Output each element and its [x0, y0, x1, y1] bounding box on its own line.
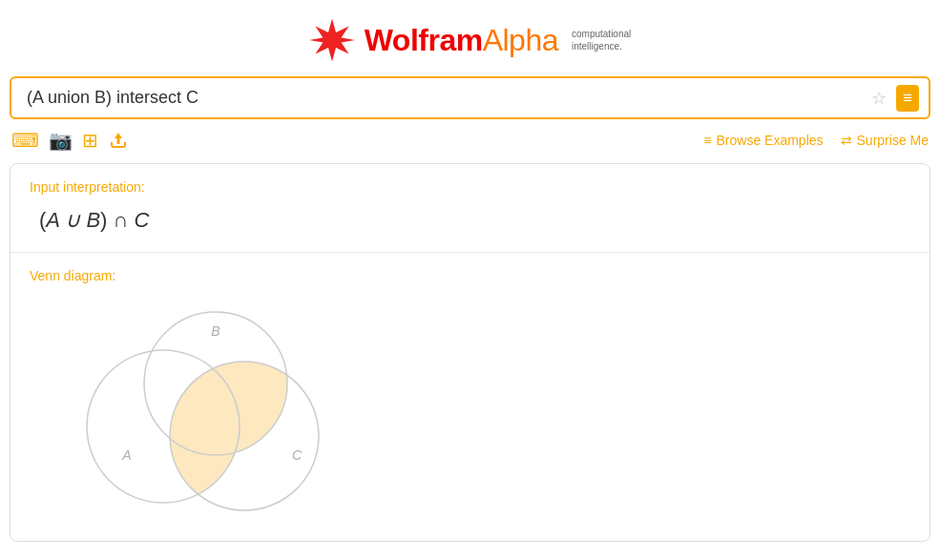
- venn-diagram-section: Venn diagram:: [10, 253, 930, 541]
- compute-button[interactable]: ≡: [896, 85, 919, 112]
- label-C: C: [292, 447, 303, 463]
- header: WolframAlpha computational intelligence.: [0, 0, 940, 76]
- venn-svg: B A C: [68, 293, 335, 512]
- label-A: A: [121, 447, 131, 463]
- logo-tagline: computational intelligence.: [572, 28, 631, 52]
- input-interpretation-label: Input interpretation:: [30, 179, 910, 195]
- search-bar-wrapper: ☆ ≡: [10, 76, 930, 119]
- upload-icon[interactable]: [108, 130, 129, 151]
- logo: WolframAlpha computational intelligence.: [309, 17, 632, 63]
- keyboard-icon[interactable]: ⌨: [11, 129, 39, 152]
- math-formula: (A ∪ B) ∩ C: [30, 204, 910, 237]
- svg-marker-0: [309, 19, 355, 62]
- results-panel: Input interpretation: (A ∪ B) ∩ C Venn d…: [10, 163, 930, 542]
- logo-wolfram-text: Wolfram: [365, 23, 483, 57]
- toolbar-right: ≡ Browse Examples ⇄ Surprise Me: [703, 133, 929, 148]
- bookmark-button[interactable]: ☆: [871, 88, 887, 109]
- toolbar: ⌨ 📷 ⊞ ≡ Browse Examples ⇄ Surprise Me: [0, 125, 940, 156]
- browse-examples-label: Browse Examples: [716, 133, 823, 148]
- logo-alpha-text: Alpha: [483, 23, 558, 57]
- search-input[interactable]: [21, 78, 871, 117]
- surprise-me-label: Surprise Me: [857, 133, 929, 148]
- table-icon[interactable]: ⊞: [82, 129, 98, 152]
- label-B: B: [211, 323, 219, 339]
- wolfram-star-icon: [309, 17, 355, 63]
- search-icons: ☆ ≡: [871, 85, 919, 112]
- venn-diagram-label: Venn diagram:: [30, 268, 910, 283]
- surprise-me-link[interactable]: ⇄ Surprise Me: [841, 133, 929, 148]
- input-interpretation-section: Input interpretation: (A ∪ B) ∩ C: [10, 164, 930, 253]
- venn-diagram: B A C: [68, 293, 354, 522]
- browse-examples-link[interactable]: ≡ Browse Examples: [703, 133, 823, 148]
- toolbar-left: ⌨ 📷 ⊞: [11, 129, 129, 152]
- camera-icon[interactable]: 📷: [49, 129, 73, 152]
- menu-icon: ≡: [703, 133, 711, 148]
- search-bar-container: ☆ ≡: [0, 76, 940, 119]
- shuffle-icon: ⇄: [841, 133, 852, 148]
